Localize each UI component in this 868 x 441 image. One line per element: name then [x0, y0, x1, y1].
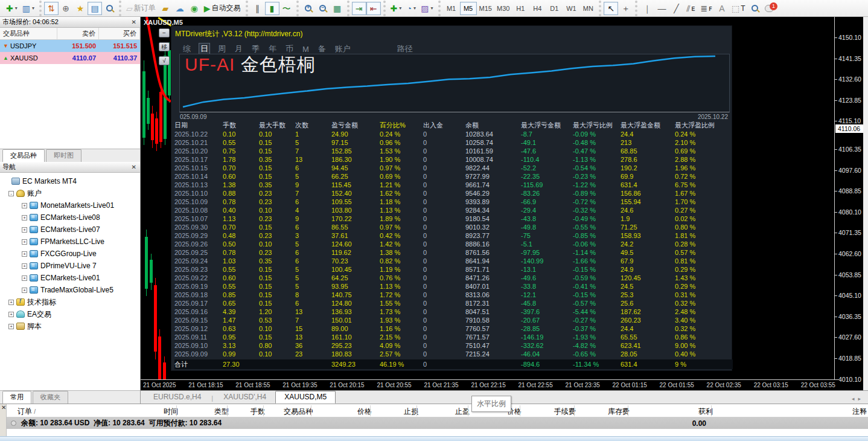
tab-交易品种[interactable]: 交易品种 — [2, 149, 45, 162]
vertical-line-button[interactable]: ｜ — [640, 2, 654, 15]
column-注释-11[interactable]: 注释 — [852, 407, 867, 417]
publisher-button[interactable]: ☁ — [173, 2, 187, 15]
new-chart-button[interactable]: ✚▾ — [4, 2, 20, 15]
ea-button-1[interactable]: − — [159, 28, 170, 37]
timeframe-m5[interactable]: M5 — [460, 2, 477, 15]
periods-button[interactable]: ◔▾ — [404, 2, 418, 15]
column-库存费-9[interactable]: 库存费 — [608, 407, 630, 417]
expand-icon[interactable]: + — [22, 203, 27, 208]
tree-node-accounts[interactable]: -账户 — [0, 187, 140, 199]
horizontal-line-button[interactable]: — — [654, 2, 669, 15]
tree-root[interactable]: EC Markets MT4 — [0, 175, 140, 187]
timeframe-m1[interactable]: M1 — [443, 2, 460, 15]
price-tick — [835, 295, 837, 296]
crosshair-button[interactable]: ＋ — [618, 2, 633, 15]
strategy-tester-toggle[interactable] — [102, 2, 116, 15]
tree-node-2[interactable]: +技术指标 — [0, 296, 140, 308]
data-window-toggle[interactable]: ⊕ — [59, 2, 73, 15]
column-ask[interactable]: 买价 — [99, 28, 140, 39]
tree-account-DPrimeVU-Live 7[interactable]: +DPrimeVU-Live 7 — [0, 260, 140, 272]
new-order-button[interactable]: ▱新订单 — [124, 2, 158, 15]
chart-profiles-button[interactable]: ▥▾ — [20, 2, 37, 15]
channel-button[interactable]: ⫽ᴇ — [683, 2, 698, 15]
tree-account-FPMarketsLLC-Live[interactable]: +FPMarketsLLC-Live — [0, 236, 140, 248]
tree-account-ECMarkets-Live07[interactable]: +ECMarkets-Live07 — [0, 224, 140, 236]
expand-icon[interactable]: + — [22, 227, 27, 233]
zoom-in-button[interactable]: + — [301, 2, 316, 15]
market-watch-toggle[interactable]: ⇅ — [44, 2, 59, 15]
tab-即时图[interactable]: 即时图 — [46, 149, 81, 162]
expand-icon[interactable]: + — [22, 239, 27, 245]
chat-button[interactable]: 1 — [762, 2, 777, 15]
fibonacci-button[interactable]: ≣ꜰ — [698, 2, 715, 15]
line-chart-button[interactable]: 〜 — [279, 2, 294, 15]
trendline-button[interactable]: ╱ — [669, 2, 683, 15]
stats-cell: 0 — [423, 164, 465, 172]
column-bid[interactable]: 卖价 — [57, 28, 99, 39]
terminal-toggle[interactable]: ▤ — [88, 2, 102, 15]
timeframe-m15[interactable]: M15 — [477, 2, 494, 15]
expand-icon[interactable]: + — [8, 300, 14, 305]
tree-account-MonetaMarkets-Live01[interactable]: +MonetaMarkets-Live01 — [0, 199, 140, 211]
autotrading-button[interactable]: ▶自动交易 — [202, 2, 243, 15]
text-button[interactable]: A — [715, 2, 729, 15]
market-watch-row[interactable]: ▲XAUUSD4110.074110.37 — [0, 52, 140, 64]
ea-button-3[interactable]: √ — [159, 56, 170, 65]
ea-button-2[interactable]: 移 — [159, 42, 170, 51]
collapse-icon[interactable]: - — [8, 191, 14, 196]
tree-account-FXCGGroup-Live[interactable]: +FXCGGroup-Live — [0, 248, 140, 260]
text-label-button[interactable]: ⬚T — [729, 2, 748, 15]
timeframe-m30[interactable]: M30 — [494, 2, 512, 15]
market-watch-close-icon[interactable]: ✕ — [130, 19, 138, 25]
tree-node-4[interactable]: +脚本 — [0, 320, 140, 332]
auto-scroll-button[interactable]: ⇥ — [352, 2, 366, 15]
expand-icon[interactable]: + — [22, 215, 27, 220]
stats-menu-路径[interactable]: 路径 — [396, 43, 414, 54]
tree-node-3[interactable]: +EA交易 — [0, 308, 140, 320]
column-symbol[interactable]: 交易品种 — [0, 28, 57, 39]
chart-area[interactable]: XAUUSD,M5 −移√ MTDriver统计 ,V3.12 (http://… — [141, 17, 868, 390]
signals-button[interactable]: ◉ — [187, 2, 202, 15]
expand-icon[interactable]: + — [22, 275, 27, 281]
tile-windows-button[interactable]: ▦ — [330, 2, 345, 15]
profit-value: 0.00 — [692, 419, 706, 428]
price-axis[interactable]: 4150.104141.354132.604123.854115.104106.… — [834, 17, 863, 390]
chart-tab-XAUUSD,M5[interactable]: XAUUSD,M5 — [275, 391, 336, 404]
tree-account-ECMarkets-Live01[interactable]: +ECMarkets-Live01 — [0, 272, 140, 284]
time-axis[interactable]: 21 Oct 202521 Oct 18:1521 Oct 18:5521 Oc… — [141, 379, 839, 390]
timeframe-mn[interactable]: MN — [579, 2, 596, 15]
market-watch-row[interactable]: ▼USDJPY151.500151.515 — [0, 40, 140, 52]
navigator-toggle[interactable]: ★ — [73, 2, 88, 15]
stats-menu-账户[interactable]: 账户 — [334, 43, 352, 54]
timeframe-h4[interactable]: H4 — [529, 2, 546, 15]
zoom-out-button[interactable]: − — [316, 2, 330, 15]
timeframe-d1[interactable]: D1 — [546, 2, 563, 15]
chart-tab-XAUUSD',H4[interactable]: XAUUSD',H4 — [214, 391, 275, 404]
tab-scroll-arrows[interactable]: ◂▸ — [852, 396, 864, 402]
column-order[interactable]: 订单 / — [18, 407, 36, 417]
tree-account-TradeMaxGlobal-Live5[interactable]: +TradeMaxGlobal-Live5 — [0, 284, 140, 296]
expand-icon[interactable]: + — [8, 324, 14, 329]
chart-tab-EURUSD.e,H4[interactable]: EURUSD.e,H4 — [144, 391, 210, 404]
expand-icon[interactable]: + — [22, 263, 27, 269]
tree-account-ECMarkets-Live08[interactable]: +ECMarkets-Live08 — [0, 211, 140, 224]
tab-常用[interactable]: 常用 — [2, 391, 31, 404]
expand-icon[interactable]: + — [8, 312, 14, 317]
history-center-button[interactable]: ▰ — [158, 2, 173, 15]
tab-收藏夹[interactable]: 收藏夹 — [33, 391, 68, 404]
expand-icon[interactable]: + — [22, 288, 27, 293]
indicators-button[interactable]: ✚▾ — [388, 2, 404, 15]
navigator-close-icon[interactable]: ✕ — [130, 164, 138, 170]
timeframe-w1[interactable]: W1 — [563, 2, 579, 15]
timeframe-h1[interactable]: H1 — [512, 2, 529, 15]
cursor-button[interactable]: ↖ — [604, 2, 618, 15]
column-交易品种-3[interactable]: 交易品种 — [284, 407, 313, 417]
chart-shift-button[interactable]: ⇤ — [366, 2, 381, 15]
bar-chart-button[interactable]: ∥ — [251, 2, 265, 15]
search-button[interactable] — [748, 2, 762, 15]
column-手续费-8[interactable]: 手续费 — [554, 407, 576, 417]
candlestick-button[interactable]: ▮ — [265, 2, 279, 15]
templates-button[interactable]: ▨▾ — [418, 2, 435, 15]
stats-menu-备[interactable]: 备 — [317, 43, 327, 54]
expand-icon[interactable]: + — [22, 251, 27, 257]
